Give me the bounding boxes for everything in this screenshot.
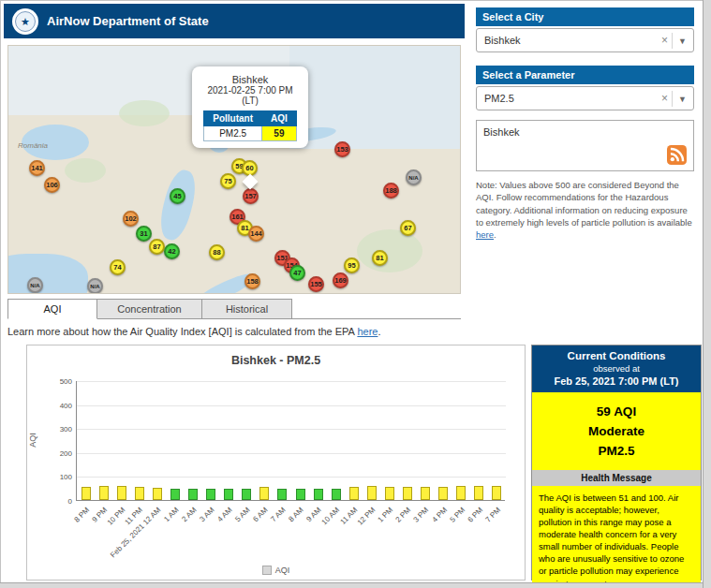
x-tick-label: 8 PM [72, 506, 91, 524]
tab-bar: AQI Concentration Historical [7, 299, 461, 319]
popup-datetime: 2021-02-25 7:00 PM [197, 85, 304, 96]
aqi-marker[interactable]: 81 [372, 250, 388, 266]
map[interactable]: România Bishkek 2021-02-25 7:00 PM (LT) … [7, 45, 461, 294]
popup-pollutant-header: Pollutant [204, 111, 262, 126]
gridline [77, 477, 506, 478]
aqi-marker[interactable]: 95 [344, 257, 360, 273]
clear-parameter-icon[interactable]: × [661, 92, 668, 105]
aqi-marker[interactable]: 42 [164, 243, 180, 259]
chart-bar[interactable] [296, 489, 305, 500]
aqi-marker[interactable]: N/A [87, 278, 103, 294]
x-tick-label: 3 AM [198, 506, 215, 523]
current-conditions-panel: Current Conditions observed at Feb 25, 2… [531, 345, 702, 581]
chart-bar[interactable] [474, 486, 483, 500]
aqi-marker[interactable]: 169 [333, 272, 348, 288]
scrollbar[interactable] [703, 0, 711, 588]
tab-aqi[interactable]: AQI [7, 299, 97, 319]
tab-historical[interactable]: Historical [202, 299, 292, 319]
chart-legend: AQI [27, 566, 525, 575]
chart-bar[interactable] [259, 487, 269, 500]
aqi-marker[interactable]: 75 [220, 173, 236, 189]
chart-bar[interactable] [367, 486, 377, 500]
chart-bar[interactable] [170, 489, 180, 500]
x-tick-label: 1 PM [377, 506, 395, 524]
state-department-seal-icon: ★ [12, 8, 38, 35]
observed-at-label: observed at [535, 363, 698, 374]
aqi-marker[interactable]: 106 [44, 177, 60, 193]
aqi-marker[interactable]: 31 [136, 226, 152, 242]
aqi-marker[interactable]: 158 [244, 273, 260, 289]
aqi-marker[interactable]: 88 [209, 244, 225, 260]
chart-bar[interactable] [224, 489, 233, 500]
gridline [77, 381, 506, 382]
chart-bar[interactable] [332, 489, 341, 500]
rss-feed-icon[interactable] [667, 145, 687, 165]
map-terrain-patch [119, 100, 170, 126]
sidebar: Select a City Bishkek × ▼ Select a Param… [476, 7, 694, 241]
aqi-marker[interactable]: 157 [243, 188, 259, 204]
map-terrain-patch [357, 229, 422, 272]
chart-bar[interactable] [135, 487, 144, 500]
chart-bar[interactable] [81, 487, 91, 500]
gridline [77, 453, 506, 454]
clear-city-icon[interactable]: × [661, 34, 668, 47]
y-tick-label: 400 [49, 402, 72, 410]
x-tick-label: 2 AM [180, 506, 198, 523]
chart-bar[interactable] [403, 487, 412, 500]
popup-aqi-value: 59 [262, 126, 297, 141]
aqi-marker[interactable]: N/A [27, 277, 43, 293]
aqi-marker[interactable]: 102 [123, 211, 139, 227]
chart-bar[interactable] [117, 486, 126, 500]
x-tick-label: 7 PM [483, 506, 502, 524]
observed-at-datetime: Feb 25, 2021 7:00 PM (LT) [535, 375, 698, 387]
aqi-marker[interactable]: 74 [110, 259, 126, 275]
chevron-down-icon[interactable]: ▼ [678, 37, 687, 46]
chart-bar[interactable] [314, 489, 323, 500]
aqi-marker[interactable]: 47 [289, 265, 305, 281]
learn-more-here-link[interactable]: here [357, 326, 378, 337]
aqi-marker[interactable]: 153 [334, 141, 350, 157]
chart-bar[interactable] [492, 486, 501, 500]
aqi-marker[interactable]: 141 [29, 160, 45, 176]
chart-bar[interactable] [349, 487, 359, 500]
city-dropdown[interactable]: Bishkek × ▼ [476, 28, 694, 52]
aqi-marker[interactable]: 87 [149, 239, 165, 255]
aqi-marker[interactable]: 188 [383, 183, 399, 198]
aqi-marker[interactable]: N/A [406, 169, 422, 185]
parameter-dropdown[interactable]: PM2.5 × ▼ [476, 86, 694, 110]
app-header: ★ AirNow Department of State [4, 4, 465, 38]
y-tick-label: 0 [49, 497, 72, 506]
chart-bar[interactable] [99, 486, 109, 500]
learn-more-prefix: Learn more about how the Air Quality Ind… [7, 326, 357, 337]
chart-bar[interactable] [438, 487, 448, 500]
feed-box: Bishkek [476, 120, 694, 171]
x-tick-label: 12 PM [356, 506, 378, 527]
x-tick-label: 7 AM [270, 506, 288, 523]
popup-aqi-header: AQI [262, 111, 297, 126]
chart-bar[interactable] [242, 489, 251, 500]
health-message-text: The AQI is between 51 and 100. Air quali… [532, 486, 701, 588]
window-edge [0, 582, 711, 588]
chart-bar[interactable] [153, 488, 162, 500]
popup-pollutant-value: PM2.5 [204, 126, 262, 141]
chart-bar[interactable] [421, 487, 430, 500]
note-here-link[interactable]: here [476, 229, 494, 240]
feed-city-label: Bishkek [483, 126, 520, 138]
x-tick-label: 10 AM [320, 506, 341, 526]
chevron-down-icon[interactable]: ▼ [678, 95, 687, 104]
chart-bar[interactable] [188, 489, 198, 500]
aqi-marker[interactable]: 67 [400, 220, 416, 236]
tab-concentration[interactable]: Concentration [97, 299, 202, 319]
chart-bar[interactable] [277, 489, 287, 500]
x-tick-label: 4 AM [215, 506, 233, 523]
aqi-marker[interactable]: 155 [308, 276, 324, 292]
aqi-marker[interactable]: 144 [248, 226, 264, 242]
aqi-marker[interactable]: 45 [170, 188, 185, 204]
select-city-header: Select a City [476, 7, 694, 26]
legend-label: AQI [275, 566, 290, 575]
x-tick-label: 4 PM [430, 506, 449, 524]
health-message-header: Health Message [532, 470, 701, 486]
chart-bar[interactable] [206, 489, 215, 500]
chart-bar[interactable] [385, 487, 394, 500]
chart-bar[interactable] [456, 486, 466, 500]
